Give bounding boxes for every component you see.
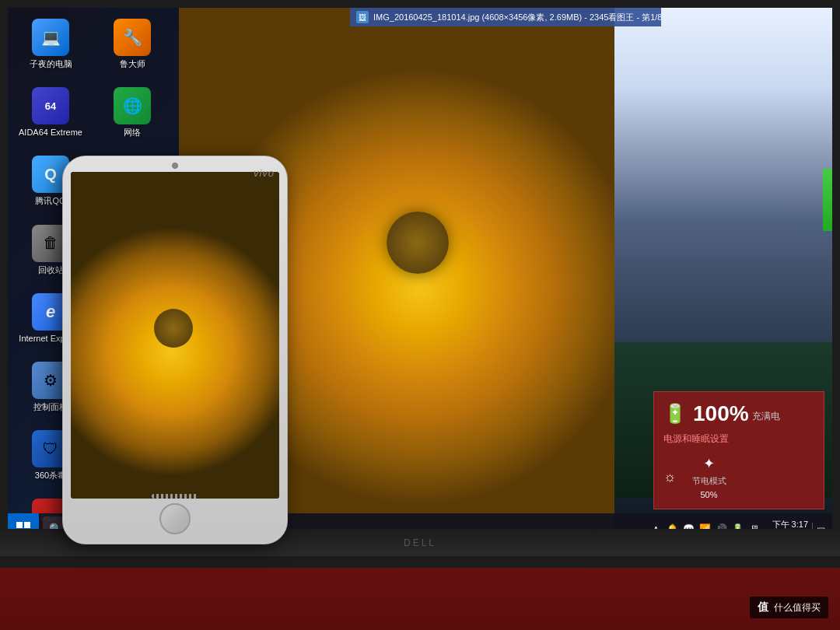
my-computer-icon-img: 💻: [32, 19, 69, 56]
network-icon-img: 🌐: [114, 87, 151, 124]
power-popup: 🔋 100% 充满电 电源和睡眠设置 ☼ ✦ 节电模式 50%: [653, 391, 824, 509]
brightness-icon[interactable]: ☼: [663, 469, 677, 485]
icon-network[interactable]: 🌐 网络: [97, 84, 167, 141]
my-computer-label: 子夜的电脑: [30, 59, 72, 69]
icon-aida64[interactable]: 64 AIDA64 Extreme: [16, 84, 86, 141]
phone-brand-label: vivo: [254, 167, 275, 179]
qqchat-label: 腾讯QQ: [35, 196, 65, 206]
phone-front-camera: [172, 163, 178, 169]
power-percent-value: 100%: [693, 401, 749, 426]
recycle-label: 回收站: [38, 265, 64, 275]
phone-home-button[interactable]: [159, 503, 191, 534]
smartphone: vivo: [62, 156, 288, 544]
icon-luban[interactable]: 🔧 鲁大师: [97, 16, 167, 72]
brightness-control: ☼: [663, 469, 677, 485]
power-mode-icon[interactable]: ✦: [703, 455, 715, 472]
phone-speaker-grill: [152, 494, 198, 499]
icon-my-computer[interactable]: 💻 子夜的电脑: [16, 16, 86, 72]
svg-rect-0: [16, 522, 23, 528]
network-label: 网络: [124, 128, 141, 138]
svg-rect-1: [24, 522, 30, 528]
smzdm-logo-icon: 值: [758, 600, 768, 613]
battery-icon-large: 🔋: [663, 403, 687, 425]
monitor-brand-label: DELL: [404, 537, 436, 548]
phone-screen: [71, 172, 279, 499]
image-viewer-title: IMG_20160425_181014.jpg (4608×3456像素, 2.…: [373, 12, 661, 23]
phone-flower-display: [71, 172, 279, 499]
power-settings-link[interactable]: 电源和睡眠设置: [663, 432, 814, 446]
smzdm-watermark: 值 什么值得买: [750, 597, 828, 618]
phone-body: vivo: [62, 156, 288, 544]
flower-center: [387, 212, 449, 274]
mode-label: 节电模式: [692, 475, 726, 487]
smzdm-logo-text: 什么值得买: [774, 602, 821, 613]
aida64-label: AIDA64 Extreme: [19, 128, 82, 138]
power-status-text: 充满电: [752, 410, 780, 423]
image-viewer-titlebar: 🖼 IMG_20160425_181014.jpg (4608×3456像素, …: [350, 8, 661, 26]
power-controls: ☼ ✦ 节电模式 50%: [663, 455, 814, 499]
luban-label: 鲁大师: [120, 59, 145, 69]
mode-value: 50%: [700, 490, 717, 499]
luban-icon-img: 🔧: [114, 19, 151, 56]
phone-flower-center: [154, 309, 193, 348]
aida64-icon-img: 64: [32, 87, 69, 124]
green-accent-bar: [823, 169, 832, 231]
power-percent-row: 🔋 100% 充满电: [663, 401, 814, 426]
viewer-app-icon: 🖼: [356, 11, 369, 23]
power-mode-control: ✦ 节电模式 50%: [692, 455, 726, 499]
